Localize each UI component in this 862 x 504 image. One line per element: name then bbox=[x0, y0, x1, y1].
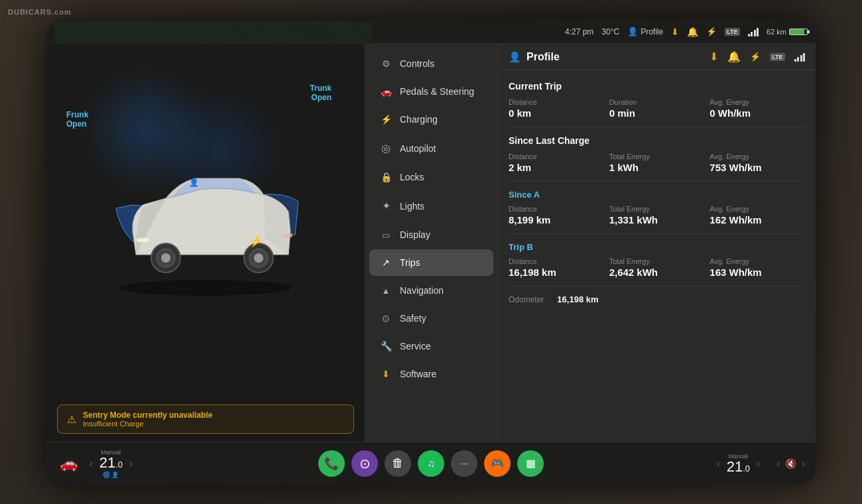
spotify-button[interactable]: ♫ bbox=[418, 450, 444, 477]
tripb-avg-energy: Avg. Energy 163 Wh/km bbox=[709, 257, 805, 278]
nav-button[interactable]: ▦ bbox=[517, 450, 544, 477]
menu-item-pedals[interactable]: 🚗 Pedals & Steering bbox=[369, 78, 493, 105]
left-temp-increase[interactable]: › bbox=[127, 456, 135, 472]
download-icon: ⬇ bbox=[671, 27, 679, 37]
volume-icon: 🔇 bbox=[785, 458, 796, 469]
panel-title-text: Profile bbox=[526, 51, 560, 63]
display-icon: ▭ bbox=[380, 230, 392, 240]
menu-item-software[interactable]: ⬇ Software bbox=[369, 361, 493, 387]
menu-item-safety[interactable]: ⊙ Safety bbox=[369, 305, 493, 332]
battery-indicator: 62 km bbox=[767, 28, 808, 36]
battery-km: 62 km bbox=[767, 28, 786, 36]
tesla-screen: 4:27 pm 30°C 👤 Profile ⬇ 🔔 ⚡ LTE bbox=[46, 20, 816, 484]
current-distance: Distance 0 km bbox=[509, 98, 604, 119]
profile-icon: 👤 bbox=[627, 27, 638, 36]
profile-person-icon: 👤 bbox=[509, 51, 521, 63]
tripa-avg-energy: Avg. Energy 162 Wh/km bbox=[709, 205, 805, 225]
current-duration: Duration 0 min bbox=[609, 98, 705, 119]
trunk-label: Trunk Open bbox=[310, 84, 332, 102]
lights-icon: ✦ bbox=[380, 200, 392, 212]
menu-item-service[interactable]: 🔧 Service bbox=[369, 333, 493, 359]
service-icon: 🔧 bbox=[380, 341, 392, 351]
right-temp-increase[interactable]: › bbox=[754, 456, 763, 472]
temp-display: 30°C bbox=[601, 27, 619, 36]
software-icon: ⬇ bbox=[380, 369, 392, 379]
header-bluetooth-icon[interactable]: ⚡ bbox=[750, 52, 761, 62]
charge-distance: Distance 2 km bbox=[509, 153, 604, 173]
safety-icon: ⊙ bbox=[380, 313, 392, 324]
profile-content: Current Trip Distance 0 km Duration 0 mi… bbox=[498, 70, 816, 442]
menu-item-controls[interactable]: ⚙ Controls bbox=[369, 50, 493, 77]
svg-text:⚡: ⚡ bbox=[249, 233, 264, 248]
right-temp-control: ‹ Manual 21.0 › ‹ 🔇 › bbox=[702, 453, 808, 474]
volume-increase[interactable]: › bbox=[799, 456, 808, 472]
sentry-warning: ⚠ Sentry Mode currently unavailable Insu… bbox=[57, 405, 354, 434]
menu-label-lights: Lights bbox=[400, 201, 424, 212]
lte-badge: LTE bbox=[725, 28, 739, 36]
taskbar: 🚗 ‹ Manual 21.0 🌀 👤 › bbox=[46, 442, 816, 484]
media-button[interactable]: ⊙ bbox=[351, 450, 378, 477]
right-temp-value: 21.0 bbox=[727, 460, 750, 474]
menu-label-pedals: Pedals & Steering bbox=[400, 86, 474, 97]
since-charge-title: Since Last Charge bbox=[509, 135, 805, 146]
tripb-distance: Distance 16,198 km bbox=[509, 257, 604, 278]
signal-bars bbox=[748, 27, 759, 36]
camera-button[interactable]: 🗑 bbox=[385, 450, 411, 477]
charge-avg-energy: Avg. Energy 753 Wh/km bbox=[709, 153, 805, 173]
volume-decrease[interactable]: ‹ bbox=[774, 456, 783, 472]
controls-icon: ⚙ bbox=[380, 58, 392, 69]
tripb-total-energy: Total Energy 2,642 kWh bbox=[609, 257, 705, 278]
left-temp-icons: 🌀 👤 bbox=[99, 472, 123, 478]
menu-item-navigation[interactable]: ▲ Navigation bbox=[369, 277, 493, 304]
menu-label-controls: Controls bbox=[400, 58, 434, 69]
svg-rect-8 bbox=[283, 233, 292, 237]
right-temp-decrease[interactable]: ‹ bbox=[714, 456, 723, 472]
current-trip-stats: Distance 0 km Duration 0 min Avg. Energy… bbox=[509, 98, 805, 119]
time-display: 4:27 pm bbox=[565, 27, 593, 36]
profile-label[interactable]: 👤 Profile bbox=[627, 27, 663, 36]
menu-panel: ⚙ Controls 🚗 Pedals & Steering ⚡ Chargin… bbox=[365, 44, 497, 442]
trips-icon: ↗ bbox=[380, 257, 392, 268]
menu-label-autopilot: Autopilot bbox=[400, 143, 436, 154]
svg-rect-7 bbox=[137, 238, 149, 242]
more-button[interactable]: ··· bbox=[451, 450, 477, 477]
menu-item-autopilot[interactable]: ◎ Autopilot bbox=[369, 134, 493, 162]
menu-item-display[interactable]: ▭ Display bbox=[369, 221, 493, 248]
navigation-icon: ▲ bbox=[380, 286, 392, 296]
svg-point-0 bbox=[119, 280, 292, 296]
car-svg: ⚡ 👤 bbox=[80, 135, 332, 308]
current-trip-title: Current Trip bbox=[509, 81, 805, 92]
trip-a-title[interactable]: Since A bbox=[509, 190, 805, 200]
left-temp-decrease[interactable]: ‹ bbox=[87, 456, 95, 472]
taskbar-apps: 📞 ⊙ 🗑 ♫ ··· 🎮 ▦ bbox=[160, 450, 702, 477]
menu-label-navigation: Navigation bbox=[400, 285, 444, 296]
trip-a-stats: Distance 8,199 km Total Energy 1,331 kWh… bbox=[509, 205, 805, 225]
food-button[interactable]: 🎮 bbox=[484, 450, 511, 477]
car-panel: Frunk Open Trunk Open bbox=[46, 44, 365, 442]
menu-item-trips[interactable]: ↗ Trips bbox=[369, 249, 493, 276]
trip-b-title[interactable]: Trip B bbox=[509, 242, 805, 252]
menu-label-display: Display bbox=[400, 229, 430, 240]
header-bell-icon[interactable]: 🔔 bbox=[727, 50, 741, 63]
menu-label-service: Service bbox=[400, 341, 431, 351]
menu-label-trips: Trips bbox=[400, 257, 420, 268]
menu-item-charging[interactable]: ⚡ Charging bbox=[369, 106, 493, 133]
tripa-distance: Distance 8,199 km bbox=[509, 205, 604, 225]
charge-total-energy: Total Energy 1 kWh bbox=[609, 153, 705, 173]
pedals-icon: 🚗 bbox=[380, 86, 392, 97]
odometer-value: 16,198 km bbox=[557, 294, 598, 304]
right-panel: 👤 Profile ⬇ 🔔 ⚡ LTE bbox=[497, 44, 816, 442]
menu-label-locks: Locks bbox=[400, 172, 424, 182]
header-icons: ⬇ 🔔 ⚡ LTE bbox=[709, 50, 805, 63]
car-icon-left[interactable]: 🚗 bbox=[54, 452, 83, 475]
trip-b-stats: Distance 16,198 km Total Energy 2,642 kW… bbox=[509, 257, 805, 278]
locks-icon: 🔒 bbox=[380, 172, 392, 182]
menu-item-locks[interactable]: 🔒 Locks bbox=[369, 164, 493, 190]
menu-label-software: Software bbox=[400, 369, 436, 379]
since-charge-stats: Distance 2 km Total Energy 1 kWh Avg. En… bbox=[509, 153, 805, 173]
header-download-icon[interactable]: ⬇ bbox=[709, 50, 718, 63]
left-temp-control: 🚗 ‹ Manual 21.0 🌀 👤 › bbox=[54, 449, 160, 478]
phone-button[interactable]: 📞 bbox=[318, 450, 345, 477]
menu-label-safety: Safety bbox=[400, 313, 426, 324]
menu-item-lights[interactable]: ✦ Lights bbox=[369, 192, 493, 220]
